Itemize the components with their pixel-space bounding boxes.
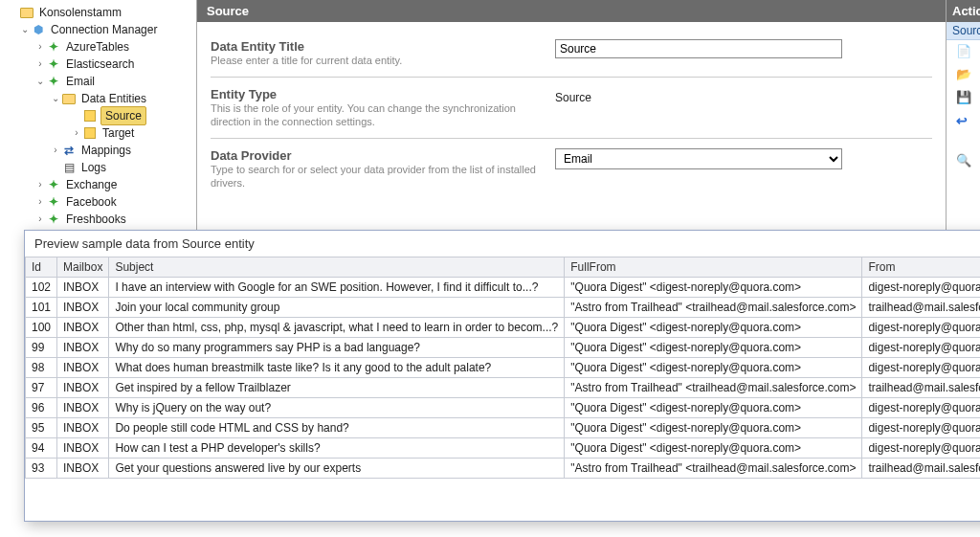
tree-item-logs[interactable]: ▤ Logs	[4, 159, 196, 176]
collapse-icon[interactable]: ⌄	[19, 21, 31, 38]
tree-label: Elasticsearch	[64, 56, 136, 73]
connection-manager-icon: ⬢	[31, 22, 46, 37]
cell: digest-noreply@quora.com	[862, 438, 980, 459]
cell: 100	[26, 318, 57, 338]
table-row[interactable]: 99INBOXWhy do so many programmers say PH…	[26, 338, 981, 358]
tree-item-email[interactable]: ⌄ ✦ Email	[4, 73, 196, 90]
cell: 98	[26, 358, 57, 378]
tree-item-freshbooks[interactable]: › ✦ Freshbooks	[4, 211, 196, 228]
cell: Get your questions answered live by our …	[109, 459, 565, 479]
undo-button[interactable]	[947, 109, 980, 132]
preview-button[interactable]	[947, 149, 980, 172]
field-label: Data Entity Title	[211, 39, 536, 54]
form-panel: Source Data Entity Title Please enter a …	[196, 0, 946, 230]
tree-label: Data Entities	[79, 90, 148, 107]
connector-icon: ✦	[46, 177, 61, 192]
table-row[interactable]: 94INBOXHow can I test a PHP developer's …	[26, 438, 981, 459]
expand-icon[interactable]: ›	[71, 124, 82, 142]
table-row[interactable]: 96INBOXWhy is jQuery on the way out?"Quo…	[26, 398, 981, 418]
tree-item-mappings[interactable]: › ⇄ Mappings	[4, 142, 196, 159]
tree-item-elasticsearch[interactable]: › ✦ Elasticsearch	[4, 56, 196, 73]
table-row[interactable]: 97INBOXGet inspired by a fellow Trailbla…	[26, 378, 981, 398]
entity-title-input[interactable]	[555, 39, 842, 58]
expand-icon[interactable]: ›	[50, 142, 61, 159]
table-row[interactable]: 100INBOXOther than html, css, php, mysql…	[26, 318, 981, 338]
expand-icon[interactable]: ›	[34, 193, 46, 211]
table-row[interactable]: 93INBOXGet your questions answered live …	[26, 459, 981, 479]
cell: "Quora Digest" <digest-noreply@quora.com…	[565, 318, 862, 338]
mappings-icon: ⇄	[61, 143, 77, 158]
field-description: This is the role of your entity. You can…	[211, 101, 536, 128]
grid-header-row: Id Mailbox Subject FullFrom From FullTo	[26, 257, 981, 278]
field-description: Please enter a title for current data en…	[211, 54, 536, 67]
tree-item-facebook[interactable]: › ✦ Facebook	[4, 193, 196, 211]
cell: "Quora Digest" <digest-noreply@quora.com…	[565, 358, 862, 378]
tree-root[interactable]: Konsolenstamm	[4, 4, 196, 21]
tree-label: Target	[100, 124, 136, 142]
expand-icon[interactable]: ›	[34, 38, 46, 56]
cell: INBOX	[57, 278, 109, 298]
tree-label: Connection Manager	[49, 21, 159, 38]
cell: I have an interview with Google for an S…	[109, 278, 565, 298]
undo-icon	[956, 113, 971, 128]
col-header-subject[interactable]: Subject	[109, 257, 565, 278]
expand-icon[interactable]: ›	[34, 56, 46, 73]
col-header-fullfrom[interactable]: FullFrom	[565, 257, 862, 278]
table-row[interactable]: 102INBOXI have an interview with Google …	[26, 278, 981, 298]
cell: Join your local community group	[109, 298, 565, 318]
cell: 95	[26, 418, 57, 438]
collapse-icon[interactable]: ⌄	[50, 90, 61, 107]
tree-item-target[interactable]: › Target	[4, 124, 196, 142]
cell: 102	[26, 278, 57, 298]
tree-item-source[interactable]: Source	[4, 107, 196, 124]
tree-label: Mappings	[79, 142, 133, 159]
tree-connection-manager[interactable]: ⌄ ⬢ Connection Manager	[4, 21, 196, 38]
col-header-from[interactable]: From	[862, 257, 980, 278]
cell: "Quora Digest" <digest-noreply@quora.com…	[565, 278, 862, 298]
tree-label: Facebook	[64, 193, 119, 211]
save-button[interactable]	[947, 86, 980, 109]
preview-grid: Id Mailbox Subject FullFrom From FullTo …	[25, 257, 980, 479]
actions-panel: Actions Source	[946, 0, 980, 230]
cell: 97	[26, 378, 57, 398]
cell: 96	[26, 398, 57, 418]
cell: trailhead@mail.salesforce.com	[862, 378, 980, 398]
tree-item-azuretables[interactable]: › ✦ AzureTables	[4, 38, 196, 56]
cell: INBOX	[57, 398, 109, 418]
cell: "Quora Digest" <digest-noreply@quora.com…	[565, 418, 862, 438]
entity-icon	[82, 125, 98, 141]
cell: Get inspired by a fellow Trailblazer	[109, 378, 565, 398]
tree-label: Freshbooks	[64, 211, 128, 228]
new-button[interactable]	[947, 40, 980, 63]
preview-footer	[25, 479, 980, 521]
cell: "Quora Digest" <digest-noreply@quora.com…	[565, 398, 862, 418]
tree-label: Source	[100, 106, 146, 125]
col-header-id[interactable]: Id	[26, 257, 57, 278]
expand-icon[interactable]: ›	[34, 211, 46, 228]
expand-icon[interactable]: ›	[34, 176, 46, 193]
cell: "Quora Digest" <digest-noreply@quora.com…	[565, 338, 862, 358]
cell: "Astro from Trailhead" <trailhead@mail.s…	[565, 378, 862, 398]
cell: 99	[26, 338, 57, 358]
table-row[interactable]: 95INBOXDo people still code HTML and CSS…	[26, 418, 981, 438]
cell: Do people still code HTML and CSS by han…	[109, 418, 565, 438]
cell: digest-noreply@quora.com	[862, 358, 980, 378]
col-header-mailbox[interactable]: Mailbox	[57, 257, 109, 278]
table-row[interactable]: 101INBOXJoin your local community group"…	[26, 298, 981, 318]
cell: digest-noreply@quora.com	[862, 318, 980, 338]
cell: digest-noreply@quora.com	[862, 278, 980, 298]
open-button[interactable]	[947, 63, 980, 86]
navigation-tree: Konsolenstamm ⌄ ⬢ Connection Manager › ✦…	[0, 0, 196, 230]
tree-label: Konsolenstamm	[37, 4, 123, 21]
tree-item-data-entities[interactable]: ⌄ Data Entities	[4, 90, 196, 107]
magnifier-icon	[956, 153, 971, 168]
open-folder-icon	[956, 67, 971, 82]
preview-panel: Preview sample data from Source entity I…	[24, 230, 980, 522]
table-row[interactable]: 98INBOXWhat does human breastmilk taste …	[26, 358, 981, 378]
collapse-icon[interactable]: ⌄	[34, 73, 46, 90]
data-provider-select[interactable]: Email	[555, 148, 842, 169]
tree-label: AzureTables	[64, 38, 131, 56]
form-row-type: Entity Type This is the role of your ent…	[211, 78, 932, 139]
cell: INBOX	[57, 378, 109, 398]
tree-item-exchange[interactable]: › ✦ Exchange	[4, 176, 196, 193]
